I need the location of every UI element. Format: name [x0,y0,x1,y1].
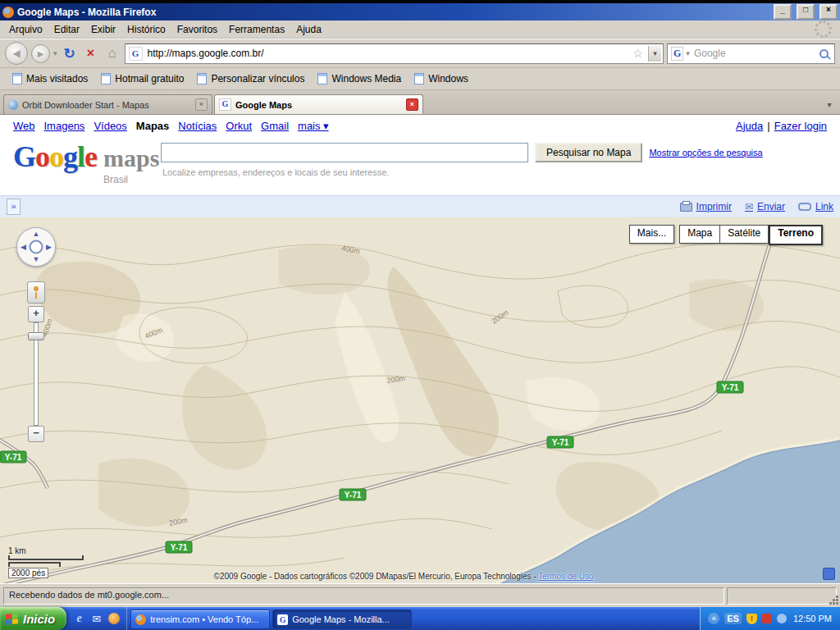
security-shield-icon[interactable]: ! [746,614,757,624]
antivirus-icon[interactable] [762,614,772,623]
url-input[interactable] [146,47,628,60]
print-link[interactable]: Imprimir [680,201,732,212]
terrain-view-button[interactable]: Terreno [769,225,823,245]
menu-historico[interactable]: Histórico [121,22,171,37]
route-badge: Y-71 [717,381,743,393]
history-dropdown-icon[interactable]: ▾ [53,49,57,57]
bookmark-personalizar[interactable]: Personalizar vínculos [191,71,310,86]
pan-down-icon[interactable]: ▼ [33,256,40,263]
search-magnifier-icon[interactable] [819,49,829,58]
link-orkut[interactable]: Orkut [226,120,252,132]
send-link[interactable]: ✉Enviar [745,201,785,212]
menu-arquivo[interactable]: Arquivo [3,22,48,37]
bookmark-hotmail[interactable]: Hotmail gratuito [95,71,189,86]
system-tray: « ES ! 12:50 PM [700,607,840,630]
bookmark-windows-media[interactable]: Windows Media [312,71,407,86]
tab-close-icon[interactable]: × [195,98,208,111]
bookmark-windows[interactable]: Windows [409,71,474,86]
svg-text:Y-71: Y-71 [552,438,569,447]
tab-orbit-downloader[interactable]: Orbit Downloader Start - Mapas × [3,94,212,114]
satellite-view-button[interactable]: Satélite [720,225,769,244]
bookmark-icon [197,73,207,84]
url-dropdown-button[interactable]: ▾ [648,46,661,62]
menu-favoritos[interactable]: Favoritos [171,22,223,37]
map-actions-bar: » Imprimir ✉Enviar Link [0,195,840,217]
pan-control[interactable]: ▲ ▼ ◀ ▶ [16,227,56,267]
start-button[interactable]: Inicio [0,607,66,630]
map-corner-icon[interactable] [823,568,835,580]
task-google-maps[interactable]: G Google Maps - Mozilla... [272,609,412,629]
link-mais[interactable]: mais ▾ [298,120,329,132]
pan-left-icon[interactable]: ◀ [21,244,26,251]
menu-ajuda[interactable]: Ajuda [290,22,327,37]
zoom-in-button[interactable]: + [28,306,44,322]
link-mapas: Mapas [136,120,169,132]
link-gmail[interactable]: Gmail [261,120,289,132]
link-ajuda[interactable]: Ajuda [736,120,763,132]
link-imagens[interactable]: Imagens [44,120,85,132]
zoom-out-button[interactable]: − [28,426,44,442]
search-engine-icon[interactable]: G [671,47,683,61]
menu-editar[interactable]: Editar [48,22,85,37]
stop-button[interactable]: × [82,44,100,62]
web-search-box[interactable]: G ▾ [667,43,835,64]
url-bar[interactable]: G ☆ ▾ [125,43,664,64]
mail-icon[interactable]: ✉ [89,612,103,626]
bookmark-star-icon[interactable]: ☆ [631,47,645,60]
close-button[interactable]: × [819,4,838,20]
menu-ferramentas[interactable]: Ferramentas [223,22,290,37]
pan-up-icon[interactable]: ▲ [33,231,40,238]
orbit-favicon [8,100,18,110]
collapse-panel-button[interactable]: » [7,199,21,215]
clock[interactable]: 12:50 PM [793,614,832,623]
map-view-button[interactable]: Mapa [679,225,720,244]
bookmarks-toolbar: Mais visitados Hotmail gratuito Personal… [0,68,840,90]
home-button[interactable]: ⌂ [103,44,121,62]
separator: | [767,120,769,132]
terrain-map-canvas[interactable]: Y-71 Y-71 Y-71 Y-71 Y-71 400m 400m 400m … [0,217,840,583]
minimize-button[interactable]: _ [774,4,792,20]
reload-button[interactable]: ↻ [61,44,79,62]
more-button[interactable]: Mais... [629,225,674,244]
language-indicator[interactable]: ES [724,613,742,624]
forward-button[interactable]: ▶ [31,44,50,63]
scale-km-bar [8,555,84,560]
search-engine-dropdown-icon[interactable]: ▾ [686,49,690,57]
title-bar[interactable]: Google Maps - Mozilla Firefox _ □ × [0,3,840,21]
bookmark-mais-visitados[interactable]: Mais visitados [7,71,94,86]
link-noticias[interactable]: Notícias [178,120,217,132]
menu-exibir[interactable]: Exibir [85,22,121,37]
pan-right-icon[interactable]: ▶ [46,244,52,251]
google-maps-icon: G [277,614,288,625]
maps-search-button[interactable]: Pesquisar no Mapa [535,143,642,162]
back-button[interactable]: ◀ [5,42,28,65]
link-fazer-login[interactable]: Fazer login [774,120,827,132]
tray-chevron-icon[interactable]: « [708,613,719,624]
tab-close-icon[interactable]: × [406,98,418,111]
resize-grip[interactable] [836,602,838,605]
tab-google-maps[interactable]: G Google Maps × [214,94,423,114]
map-viewport[interactable]: Y-71 Y-71 Y-71 Y-71 Y-71 400m 400m 400m … [0,217,840,583]
pan-center-button[interactable] [30,240,43,254]
link-icon [798,203,811,211]
status-bar: Recebendo dados de mt0.google.com... [0,583,840,607]
pegman-control[interactable] [27,281,45,304]
maximize-button[interactable]: □ [797,4,815,20]
route-badge: Y-71 [0,451,26,463]
search-options-link[interactable]: Mostrar opções de pesquisa [649,148,762,158]
firefox-window: Google Maps - Mozilla Firefox _ □ × Arqu… [0,3,840,607]
media-player-icon[interactable] [107,612,121,626]
task-trensim[interactable]: trensim.com • Vendo Tóp... [130,609,270,629]
map-copyright: ©2009 Google - Dados cartográficos ©2009… [0,572,807,581]
internet-explorer-icon[interactable]: e [72,612,86,626]
web-search-input[interactable] [692,47,817,60]
link-web[interactable]: Web [13,120,35,132]
zoom-slider-handle[interactable] [28,332,44,340]
print-icon [680,203,692,212]
maps-search-input[interactable] [161,143,528,162]
list-all-tabs-button[interactable]: ▾ [822,96,837,114]
link-to-page-link[interactable]: Link [798,201,833,212]
terms-link[interactable]: Termos de Uso [538,572,593,581]
link-videos[interactable]: Vídeos [94,120,126,132]
network-icon[interactable] [777,614,787,623]
